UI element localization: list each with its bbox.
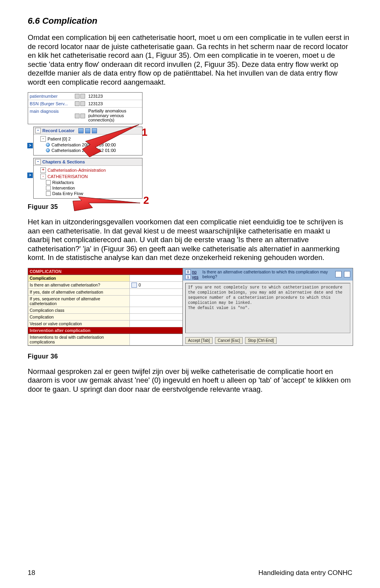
record-locator-tree: - Patient [0] 2 Catheterisation 2009/06/… (34, 135, 142, 155)
answer-options: 0no 1yes (185, 269, 198, 279)
help-icon[interactable] (344, 271, 350, 277)
tree-row-cath-2[interactable]: Catheterisation 2009/12/12 01:00 (35, 148, 141, 153)
question-text: Is there an alternative catheterisation … (202, 269, 333, 279)
figure-36-shot: COMPLICATION Complication Is there an al… (28, 268, 353, 346)
tree-label: Catheterisation-Administration (48, 168, 106, 173)
expand-icon[interactable]: + (40, 167, 46, 173)
grid-value[interactable] (129, 321, 182, 327)
kv-icons (75, 100, 87, 107)
tree-row-risk[interactable]: Riskfactors (35, 180, 141, 185)
kv-key: patientnumber (28, 93, 75, 100)
grid-label: Complication class (28, 307, 129, 313)
paragraph-3: Normaal gesproken zal er geen twijfel zi… (28, 367, 352, 394)
page-number: 18 (28, 569, 35, 577)
collapse-icon[interactable]: - (40, 136, 46, 142)
grid-value[interactable] (129, 334, 182, 345)
nav-icon[interactable] (78, 128, 84, 133)
option-number: 0 (185, 269, 191, 274)
cancel-button[interactable]: Cancel [Esc] (215, 337, 243, 344)
field-icon (80, 94, 85, 99)
tree-row-patient[interactable]: - Patient [0] 2 (35, 136, 141, 142)
kv-row: BSN (Burger Serv... 123123 (28, 100, 142, 108)
figure-35-shot: patientnumber 123123 BSN (Burger Serv...… (28, 92, 142, 199)
checkbox-icon[interactable] (46, 191, 51, 196)
grid-label: Interventions to deal with catheterisati… (28, 334, 129, 345)
nav-icon[interactable] (92, 128, 97, 133)
field-icon (75, 101, 80, 106)
grid-value[interactable] (129, 296, 182, 307)
tree-row-cath[interactable]: - CATHETERISATION (35, 173, 141, 180)
record-icon (46, 143, 50, 147)
chapters-sections-title-text: Chapters & Sections (42, 159, 85, 164)
complication-grid: COMPLICATION Complication Is there an al… (28, 268, 183, 345)
kv-row: patientnumber 123123 (28, 93, 142, 100)
footer-title: Handleiding data entry CONHC (258, 569, 352, 577)
grid-label: Vessel or valve complication (28, 321, 129, 327)
section-heading: 6.6 Complication (28, 16, 352, 26)
kv-row: main diagnosis Partially anomalous pulmo… (28, 108, 142, 124)
grid-value[interactable] (129, 314, 182, 320)
tree-label: Catheterisation 2009/12/12 01:00 (51, 148, 116, 153)
tree-row-admin[interactable]: + Catheterisation-Administration (35, 167, 141, 173)
kv-key: main diagnosis (28, 108, 75, 124)
tree-label: Data Entry Flow (52, 191, 83, 196)
kv-panel: patientnumber 123123 BSN (Burger Serv...… (28, 92, 142, 124)
collapse-icon[interactable]: - (40, 174, 46, 179)
kv-val: 123123 (87, 100, 142, 107)
paragraph-1: Omdat een complication bij een catheteri… (28, 33, 352, 87)
grid-label: If yes, sequence number of alternative c… (28, 296, 129, 307)
help-text: If you are not completely sure to which … (185, 283, 350, 333)
paragraph-2: Het kan in uitzonderingsgevallen voorkom… (28, 218, 352, 262)
checkbox-icon[interactable] (46, 186, 51, 190)
record-locator-panel: > - Record Locator - Patient [0] 2 Cathe… (33, 127, 142, 156)
question-header: 0no 1yes Is there an alternative cathete… (183, 268, 353, 281)
kv-val: Partially anomalous pulmonary venous con… (87, 108, 142, 124)
option-label: yes (192, 275, 198, 279)
tree-label: Riskfactors (52, 180, 74, 185)
stop-button[interactable]: Stop [Ctrl-End] (245, 337, 277, 344)
lookup-icon[interactable] (335, 271, 342, 277)
figure-35-caption: Figuur 35 (28, 203, 352, 211)
answer-option-1[interactable]: 1yes (185, 275, 198, 279)
tree-label: Intervention (52, 186, 75, 190)
button-row: Accept [Tab] Cancel [Esc] Stop [Ctrl-End… (183, 336, 353, 345)
collapse-icon[interactable]: - (35, 159, 41, 165)
grid-label: Is there an alternative catheterisation? (28, 282, 129, 288)
field-icon (80, 114, 85, 118)
checkbox-icon[interactable] (46, 180, 51, 185)
collapse-icon[interactable]: - (35, 128, 41, 133)
grid-label: Complication (28, 314, 129, 320)
option-label: no (192, 269, 197, 274)
grid-value[interactable] (129, 307, 182, 313)
grid-value[interactable]: 0 (129, 282, 182, 288)
field-icon (75, 94, 80, 99)
group-complication: COMPLICATION (28, 268, 182, 275)
tree-label: Catheterisation 2009/06/18 00:00 (51, 142, 116, 147)
record-locator-title-text: Record Locator (42, 128, 74, 133)
tree-row-cath-1[interactable]: Catheterisation 2009/06/18 00:00 (35, 142, 141, 148)
grid-value[interactable] (129, 289, 182, 295)
grid-label: If yes, date of alternative catheterisat… (28, 289, 129, 295)
field-icon (75, 114, 80, 118)
kv-val: 123123 (87, 93, 142, 100)
record-icon (46, 148, 50, 152)
side-tab[interactable]: > (27, 173, 33, 178)
option-number: 1 (185, 275, 191, 279)
kv-icons (75, 108, 87, 124)
kv-key: BSN (Burger Serv... (28, 100, 75, 107)
answer-option-0[interactable]: 0no (185, 269, 198, 274)
tree-row-intervention[interactable]: Intervention (35, 185, 141, 191)
side-tab[interactable]: > (27, 143, 33, 148)
accept-button[interactable]: Accept [Tab] (185, 337, 213, 344)
nav-icon[interactable] (85, 128, 90, 133)
chapters-sections-panel: > - Chapters & Sections + Catheterisatio… (33, 158, 142, 199)
tree-row-def[interactable]: Data Entry Flow (35, 191, 141, 196)
input-cell[interactable] (131, 283, 137, 288)
field-icon (80, 101, 85, 106)
chapters-sections-tree: + Catheterisation-Administration - CATHE… (34, 166, 142, 198)
chapters-sections-title[interactable]: - Chapters & Sections (34, 158, 142, 166)
subheader-complication: Complication (28, 275, 129, 281)
record-locator-title[interactable]: - Record Locator (34, 127, 142, 135)
callout-1: 1 (142, 126, 147, 138)
kv-icons (75, 93, 87, 100)
